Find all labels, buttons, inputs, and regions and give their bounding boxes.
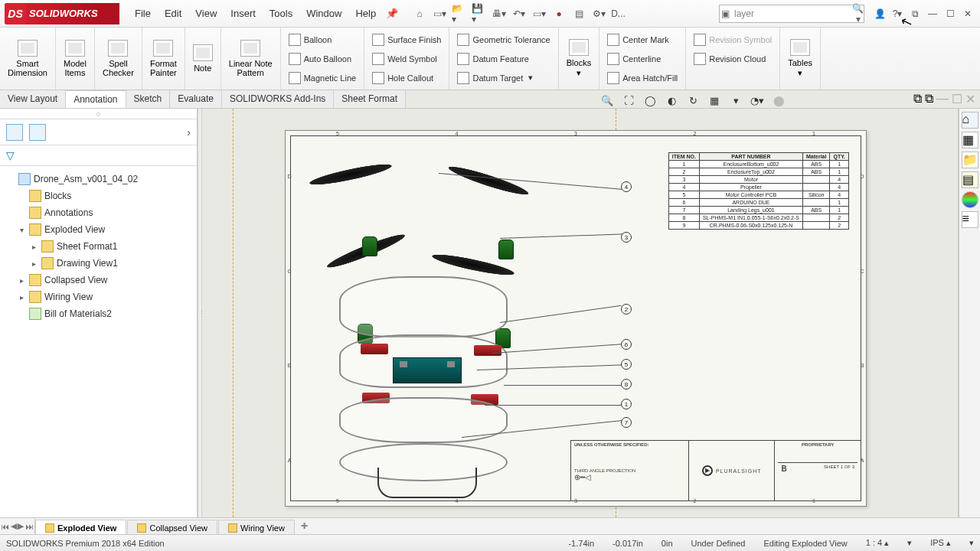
balloon-3[interactable]: 3 (621, 232, 632, 243)
magnetic-line-button[interactable]: Magnetic Line (287, 69, 358, 87)
doc-max-icon[interactable]: ☐ (952, 92, 962, 106)
tree-collapsed-view[interactable]: ▸Collapsed View (3, 272, 194, 289)
balloon-5[interactable]: 5 (621, 359, 632, 370)
spell-checker-button[interactable]: Spell Checker (95, 28, 142, 90)
options-icon[interactable]: ▤ (570, 5, 587, 22)
doc-close-icon[interactable]: ✕ (965, 92, 975, 106)
tree-bom[interactable]: Bill of Materials2 (3, 305, 194, 322)
tab-annotation[interactable]: Annotation (66, 90, 126, 108)
doc-label[interactable]: D... (610, 5, 626, 22)
search-input[interactable] (731, 8, 852, 19)
settings-icon[interactable]: ⚙▾ (590, 5, 607, 22)
tree-exploded-view[interactable]: ▾Exploded View (3, 221, 194, 238)
balloon-1[interactable]: 1 (621, 399, 632, 409)
tables-button[interactable]: Tables▾ (780, 28, 821, 90)
balloon-button[interactable]: Balloon (287, 31, 358, 49)
tree-blocks[interactable]: Blocks (3, 187, 194, 204)
center-mark-button[interactable]: Center Mark (606, 31, 679, 49)
taskpane-appearance-icon[interactable] (962, 191, 978, 208)
centerline-button[interactable]: Centerline (606, 50, 679, 68)
section-icon[interactable]: ◐ (663, 92, 680, 109)
menu-file[interactable]: File (129, 5, 157, 22)
search-box[interactable]: ▣ 🔍▾ (719, 5, 864, 23)
status-units[interactable]: IPS ▴ (930, 538, 951, 548)
hole-callout-button[interactable]: Hole Callout (371, 69, 443, 87)
tab-view-layout[interactable]: View Layout (0, 90, 66, 108)
revision-cloud-button[interactable]: Revision Cloud (692, 50, 773, 68)
model-items-button[interactable]: Model Items (56, 28, 95, 90)
print-icon[interactable]: 🖶▾ (491, 5, 508, 22)
select-icon[interactable]: ▭▾ (531, 5, 547, 22)
datum-feature-button[interactable]: Datum Feature (456, 50, 551, 68)
tree-drawing-view[interactable]: ▸Drawing View1 (3, 255, 194, 272)
sheet-tab-collapsed[interactable]: Collapsed View (127, 520, 217, 534)
search-icon[interactable]: 🔍▾ (852, 3, 864, 24)
smart-dimension-button[interactable]: Smart Dimension (0, 28, 56, 90)
display-icon[interactable]: ▦ (706, 92, 723, 109)
tree-expand-icon[interactable]: › (187, 126, 191, 139)
drawing-sheet[interactable]: 54321 54321 DCBA DCBA 4 3 (285, 130, 867, 507)
menu-view[interactable]: View (189, 5, 223, 22)
minimize-icon[interactable]: — (925, 5, 940, 22)
title-block[interactable]: UNLESS OTHERWISE SPECIFIED: THIRD ANGLE … (570, 440, 861, 501)
balloon-4[interactable]: 4 (621, 181, 632, 192)
panel-grip-icon[interactable]: ○ (96, 110, 100, 118)
menu-edit[interactable]: Edit (158, 5, 188, 22)
zoom-area-icon[interactable]: ⛶ (620, 92, 637, 109)
bom-table[interactable]: ITEM NO.PART NUMBERMaterialQTY. 1Enclosu… (668, 152, 849, 230)
save-icon[interactable]: 💾▾ (471, 5, 488, 22)
surface-finish-button[interactable]: Surface Finish (371, 31, 443, 49)
sheet-nav[interactable]: ⏮◀▶⏭ (0, 518, 35, 534)
doc-min-icon[interactable]: — (936, 92, 949, 106)
taskpane-library-icon[interactable]: 📁 (962, 152, 978, 168)
home-icon[interactable]: ⌂ (411, 5, 428, 22)
balloon-2[interactable]: 2 (621, 304, 632, 315)
user-icon[interactable]: 👤 (872, 5, 887, 22)
menu-help[interactable]: Help (349, 5, 382, 22)
status-scale[interactable]: 1 : 4 ▴ (866, 538, 889, 548)
add-sheet-button[interactable]: ✚ (296, 518, 314, 534)
note-button[interactable]: Note (185, 28, 221, 90)
balloon-8[interactable]: 8 (621, 379, 632, 390)
area-hatch-button[interactable]: Area Hatch/Fill (606, 69, 679, 87)
tree-annotations[interactable]: Annotations (3, 204, 194, 221)
linear-note-button[interactable]: Linear Note Pattern (221, 28, 281, 90)
balloon-6[interactable]: 6 (621, 339, 632, 350)
taskpane-view-icon[interactable]: ▤ (962, 171, 978, 188)
restore-icon[interactable]: ⧉ (907, 5, 923, 22)
geo-tolerance-button[interactable]: Geometric Tolerance (456, 31, 551, 49)
scene-icon[interactable]: ◔▾ (749, 92, 766, 109)
tab-sheet-format[interactable]: Sheet Format (334, 90, 406, 108)
tree-wiring-view[interactable]: ▸Wiring View (3, 289, 194, 305)
tree-sheet-format[interactable]: ▸Sheet Format1 (3, 238, 194, 255)
taskpane-resources-icon[interactable]: ▦ (962, 132, 978, 148)
undo-icon[interactable]: ↶▾ (511, 5, 528, 22)
rebuild-icon[interactable]: ● (550, 5, 567, 22)
doc-sync-icon[interactable]: ⧉ (913, 92, 922, 106)
status-more[interactable]: ▾ (969, 538, 974, 548)
sheet-tab-wiring[interactable]: Wiring View (218, 520, 295, 534)
view-icon[interactable]: ▾ (727, 92, 744, 109)
tree-display-icon[interactable] (29, 124, 46, 141)
rotate-icon[interactable]: ↻ (684, 92, 701, 109)
tab-sketch[interactable]: Sketch (126, 90, 171, 108)
render-icon[interactable]: ⬤ (770, 92, 787, 109)
close-icon[interactable]: ✕ (960, 5, 975, 22)
open-icon[interactable]: 📂▾ (451, 5, 468, 22)
maximize-icon[interactable]: ☐ (942, 5, 958, 22)
balloon-7[interactable]: 7 (621, 417, 632, 428)
tree-root[interactable]: Drone_Asm_v001_04_02 (3, 171, 194, 187)
blocks-button[interactable]: Blocks▾ (559, 28, 599, 90)
tab-evaluate[interactable]: Evaluate (170, 90, 222, 108)
tree-filter-icon[interactable] (6, 124, 23, 141)
drawing-canvas[interactable]: 54321 54321 DCBA DCBA 4 3 (202, 109, 959, 517)
help-icon[interactable]: ?▾ (890, 5, 905, 22)
prev-view-icon[interactable]: ◯ (642, 92, 658, 109)
menu-window[interactable]: Window (300, 5, 348, 22)
new-icon[interactable]: ▭▾ (431, 5, 448, 22)
datum-target-button[interactable]: Datum Target ▾ (456, 69, 551, 87)
pin-icon[interactable]: 📌 (384, 5, 400, 21)
menu-tools[interactable]: Tools (263, 5, 299, 22)
tab-addins[interactable]: SOLIDWORKS Add-Ins (222, 90, 334, 108)
auto-balloon-button[interactable]: Auto Balloon (287, 50, 358, 68)
